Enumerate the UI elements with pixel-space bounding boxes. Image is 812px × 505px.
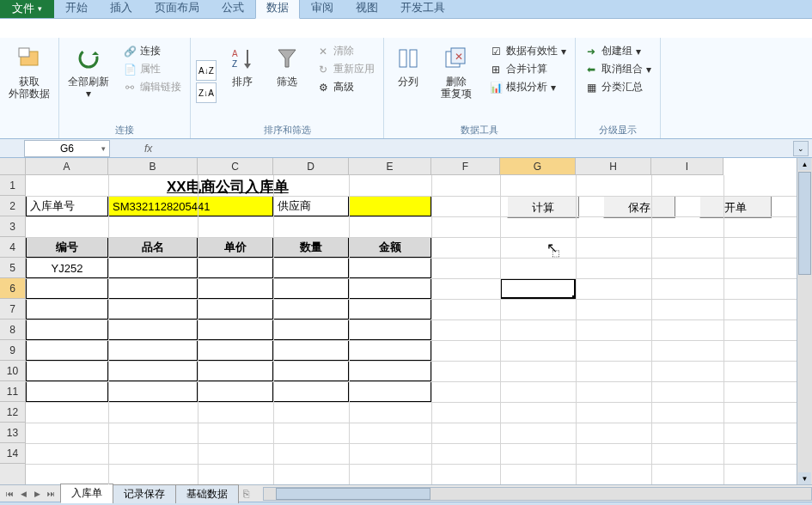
scroll-up-icon[interactable]: ▲ (798, 158, 811, 170)
table-cell[interactable] (26, 319, 108, 340)
table-cell[interactable] (198, 340, 273, 361)
col-header-G[interactable]: G (500, 158, 576, 174)
value-order-no[interactable]: SM3321128205441 (108, 196, 273, 216)
table-cell[interactable] (349, 381, 431, 402)
col-header-H[interactable]: H (576, 158, 651, 174)
sheet-nav-prev-icon[interactable]: ◀ (17, 488, 29, 500)
clear-filter-button[interactable]: ✕清除 (313, 43, 378, 59)
tab-developer[interactable]: 开发工具 (389, 0, 456, 18)
refresh-all-button[interactable]: 全部刷新 ▾ (64, 41, 113, 122)
table-cell[interactable] (198, 381, 273, 402)
sort-button[interactable]: AZ 排序 (223, 41, 261, 122)
table-cell[interactable] (108, 340, 198, 361)
table-cell[interactable] (349, 340, 431, 361)
tab-page-layout[interactable]: 页面布局 (143, 0, 211, 18)
sort-desc-button[interactable]: Z↓A (196, 82, 217, 103)
edit-links-button[interactable]: ⚯编辑链接 (119, 79, 185, 95)
table-cell[interactable] (26, 278, 108, 299)
properties-button[interactable]: 📄属性 (119, 61, 185, 77)
col-header-I[interactable]: I (651, 158, 723, 174)
table-cell[interactable] (108, 299, 198, 319)
cell-a5[interactable]: YJ252 (26, 258, 108, 278)
table-cell[interactable] (198, 278, 273, 299)
row-header-1[interactable]: 1 (0, 175, 25, 196)
table-cell[interactable] (108, 319, 198, 340)
macro-calc-button[interactable]: 计算 (507, 196, 579, 218)
row-header-10[interactable]: 10 (0, 361, 25, 381)
table-cell[interactable] (273, 278, 349, 299)
remove-duplicates-button[interactable]: ✕ 删除 重复项 (434, 41, 479, 122)
table-cell[interactable] (198, 299, 273, 319)
row-header-8[interactable]: 8 (0, 319, 25, 340)
reapply-button[interactable]: ↻重新应用 (313, 61, 378, 77)
sheet-nav-first-icon[interactable]: ⏮ (3, 488, 15, 500)
row-header-6[interactable]: 6 (0, 278, 25, 299)
row-header-12[interactable]: 12 (0, 402, 25, 423)
sheet-nav-last-icon[interactable]: ⏭ (45, 488, 57, 500)
connections-button[interactable]: 🔗连接 (119, 43, 185, 59)
col-header-C[interactable]: C (198, 158, 273, 174)
sheet-nav-next-icon[interactable]: ▶ (31, 488, 43, 500)
col-header-D[interactable]: D (273, 158, 349, 174)
table-cell[interactable] (349, 361, 431, 381)
subtotal-button[interactable]: ▦分类汇总 (581, 79, 655, 95)
col-header-A[interactable]: A (26, 158, 108, 174)
table-cell[interactable] (273, 319, 349, 340)
table-cell[interactable] (273, 258, 349, 278)
table-cell[interactable] (108, 278, 198, 299)
sheet-tab-2[interactable]: 记录保存 (113, 484, 176, 503)
row-header-9[interactable]: 9 (0, 340, 25, 361)
group-button[interactable]: ➜创建组 ▾ (581, 43, 655, 59)
table-cell[interactable] (198, 319, 273, 340)
table-cell[interactable] (198, 361, 273, 381)
vertical-scrollbar[interactable]: ▲ ▼ (797, 158, 812, 484)
tab-home[interactable]: 开始 (54, 0, 99, 18)
filter-button[interactable]: 筛选 (268, 41, 306, 122)
table-cell[interactable] (26, 381, 108, 402)
tab-insert[interactable]: 插入 (99, 0, 143, 18)
table-cell[interactable] (108, 258, 198, 278)
sort-asc-button[interactable]: A↓Z (196, 60, 217, 81)
text-to-columns-button[interactable]: 分列 (389, 41, 427, 122)
table-cell[interactable] (198, 258, 273, 278)
table-cell[interactable] (273, 361, 349, 381)
col-header-E[interactable]: E (349, 158, 431, 174)
horizontal-scrollbar[interactable] (263, 487, 812, 501)
row-header-4[interactable]: 4 (0, 237, 25, 258)
row-header-11[interactable]: 11 (0, 381, 25, 402)
fx-icon[interactable]: fx (144, 143, 152, 155)
table-cell[interactable] (26, 340, 108, 361)
table-cell[interactable] (349, 278, 431, 299)
expand-formula-bar-icon[interactable]: ⌄ (793, 141, 809, 156)
formula-input[interactable] (157, 141, 587, 156)
table-cell[interactable] (273, 299, 349, 319)
row-header-7[interactable]: 7 (0, 299, 25, 319)
table-cell[interactable] (26, 361, 108, 381)
advanced-filter-button[interactable]: ⚙高级 (313, 79, 378, 95)
scroll-down-icon[interactable]: ▼ (798, 472, 811, 484)
tab-data[interactable]: 数据 (255, 0, 300, 19)
what-if-button[interactable]: 📊模拟分析 ▾ (485, 79, 570, 95)
scroll-thumb[interactable] (798, 172, 811, 275)
table-cell[interactable] (108, 381, 198, 402)
table-cell[interactable] (349, 319, 431, 340)
hscroll-thumb[interactable] (276, 488, 430, 500)
name-box[interactable]: G6 (24, 140, 110, 157)
value-supplier[interactable] (349, 196, 431, 216)
table-cell[interactable] (349, 258, 431, 278)
sheet-tab-3[interactable]: 基础数据 (175, 484, 239, 503)
ungroup-button[interactable]: ⬅取消组合 ▾ (581, 61, 655, 77)
table-cell[interactable] (26, 299, 108, 319)
row-header-5[interactable]: 5 (0, 258, 25, 278)
select-all-button[interactable] (0, 158, 26, 175)
new-sheet-icon[interactable]: ⎘ (238, 488, 254, 500)
tab-view[interactable]: 视图 (345, 0, 389, 18)
tab-review[interactable]: 审阅 (300, 0, 345, 18)
row-header-3[interactable]: 3 (0, 216, 25, 237)
col-header-F[interactable]: F (431, 158, 500, 174)
consolidate-button[interactable]: ⊞合并计算 (485, 61, 570, 77)
row-header-13[interactable]: 13 (0, 423, 25, 443)
worksheet-grid[interactable]: ABCDEFGHI 1234567891011121314 XX电商公司入库单 … (0, 158, 812, 484)
get-external-data-button[interactable]: 获取 外部数据 (5, 41, 53, 135)
col-header-B[interactable]: B (108, 158, 198, 174)
